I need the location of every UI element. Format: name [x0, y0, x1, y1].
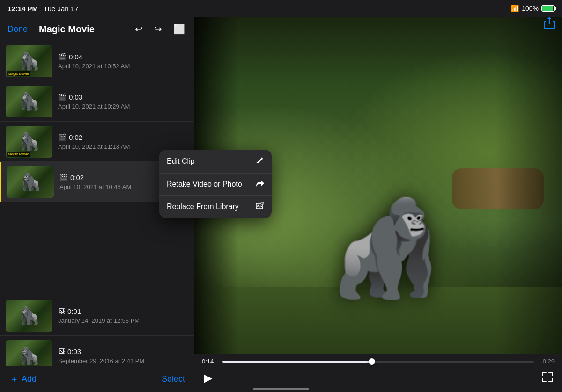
edit-clip-label: Edit Clip [167, 157, 194, 166]
clip-date: April 10, 2021 at 11:13 AM [58, 143, 183, 150]
list-item[interactable]: Magic Movie 🎬 0:04 April 10, 2021 at 10:… [0, 41, 194, 81]
plus-icon: ＋ [9, 373, 19, 385]
header: Done Magic Movie ↩ ↪ ⬜ [0, 17, 194, 41]
progress-thumb[interactable] [369, 358, 375, 365]
progress-track[interactable] [222, 361, 534, 363]
project-title: Magic Movie [39, 24, 95, 35]
retake-label: Retake Video or Photo [167, 180, 194, 189]
list-item[interactable]: 🖼 0:03 September 29, 2016 at 2:41 PM [0, 336, 194, 366]
context-menu-edit-clip[interactable]: Edit Clip [159, 150, 194, 174]
add-label: Add [22, 374, 37, 384]
replace-library-label: Replace From Library [167, 203, 194, 211]
end-time: 0:29 [540, 358, 555, 365]
play-button[interactable]: ▶ [202, 370, 214, 386]
undo-button[interactable]: ↩ [133, 22, 145, 36]
video-clip-icon: 🎬 [58, 93, 66, 101]
clip-duration: 0:01 [67, 307, 81, 315]
video-controls: 0:14 0:29 ▶ [194, 354, 562, 392]
fullscreen-button[interactable] [540, 370, 555, 386]
add-button[interactable]: ＋ Add [9, 373, 37, 385]
playback-controls: ▶ [202, 370, 555, 386]
share-button[interactable] [544, 17, 555, 32]
wifi-icon: 📶 [511, 5, 519, 12]
video-clip-icon: 🎬 [59, 174, 67, 181]
clip-thumbnail [6, 340, 52, 366]
status-bar: 12:14 PM Tue Jan 17 📶 100% [0, 0, 562, 17]
clip-date: January 14, 2019 at 12:53 PM [58, 317, 183, 324]
battery-icon [541, 5, 555, 12]
clip-duration: 0:02 [69, 133, 82, 141]
photo-clip-icon: 🖼 [58, 348, 65, 355]
photo-clip-icon: 🖼 [58, 307, 65, 315]
clip-date: April 10, 2021 at 10:52 AM [58, 63, 183, 70]
select-button[interactable]: Select [162, 374, 185, 384]
battery-percent: 100% [522, 5, 539, 12]
timeline: 0:14 0:29 [202, 358, 555, 365]
clip-thumbnail [6, 86, 52, 117]
done-button[interactable]: Done [7, 24, 28, 34]
context-menu-retake[interactable]: Retake Video or Photo [159, 174, 194, 196]
list-item[interactable]: 🖼 0:01 January 14, 2019 at 12:53 PM [0, 296, 194, 336]
clip-duration: 0:02 [70, 174, 84, 181]
status-date: Tue Jan 17 [44, 5, 79, 13]
left-panel: Done Magic Movie ↩ ↪ ⬜ Magic Movie [0, 17, 194, 392]
context-menu-replace-library[interactable]: Replace From Library [159, 196, 194, 218]
list-item[interactable]: 🎬 0:03 April 10, 2021 at 10:29 AM [0, 81, 194, 122]
redo-button[interactable]: ↪ [152, 22, 164, 36]
clip-duration: 0:03 [69, 93, 82, 101]
status-icons: 📶 100% [511, 5, 555, 12]
context-menu: Edit Clip Retake Video or Photo [159, 150, 194, 218]
clip-thumbnail [6, 300, 52, 332]
clip-date: September 29, 2016 at 2:41 PM [58, 357, 183, 364]
clip-duration: 0:03 [67, 348, 81, 356]
clip-settings-button[interactable]: ⬜ [171, 22, 187, 36]
clip-date: April 10, 2021 at 10:29 AM [58, 103, 183, 110]
status-time: 12:14 PM [7, 5, 38, 13]
current-time: 0:14 [202, 358, 217, 365]
clip-duration: 0:04 [69, 53, 82, 61]
video-clip-icon: 🎬 [58, 133, 66, 141]
progress-fill [222, 361, 372, 363]
footer: ＋ Add Select [0, 366, 194, 392]
clip-thumbnail: Magic Movie [6, 126, 52, 158]
clip-list: Magic Movie 🎬 0:04 April 10, 2021 at 10:… [0, 41, 194, 366]
clip-thumbnail [7, 166, 54, 198]
clip-thumbnail: Magic Movie [6, 45, 52, 77]
clip-date: April 10, 2021 at 10:46 AM [59, 183, 174, 190]
home-indicator [253, 388, 309, 390]
video-clip-icon: 🎬 [58, 53, 66, 60]
